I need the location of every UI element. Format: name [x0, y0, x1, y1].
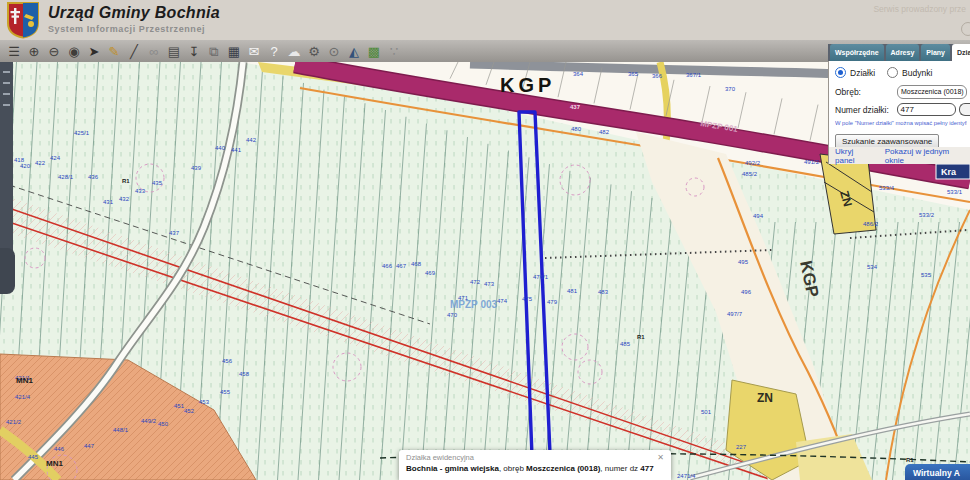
svg-text:467: 467 [396, 263, 407, 269]
app-title: Urząd Gminy Bochnia [48, 4, 220, 22]
coat-of-arms [6, 2, 40, 39]
map-toolbar: ☰⊕⊖◉➤✎╱∞▤↧⧉▦✉?☁⚙⊙◭▩∵ [0, 40, 970, 62]
close-icon[interactable]: ✕ [657, 453, 664, 462]
svg-text:476/1: 476/1 [533, 274, 549, 280]
svg-text:437: 437 [570, 104, 581, 110]
navigate-icon[interactable]: ◭ [344, 42, 364, 60]
svg-text:482: 482 [599, 129, 610, 135]
svg-text:495: 495 [738, 259, 749, 265]
svg-text:533/1: 533/1 [947, 189, 963, 195]
legend-strip[interactable] [0, 62, 13, 270]
layout-icon[interactable]: ▦ [224, 42, 244, 60]
svg-text:494: 494 [753, 213, 764, 219]
svg-text:474: 474 [497, 298, 508, 304]
svg-text:448/1: 448/1 [113, 427, 129, 433]
svg-text:436: 436 [88, 174, 99, 180]
svg-text:534: 534 [867, 264, 878, 270]
svg-text:441: 441 [231, 147, 242, 153]
svg-text:449/2: 449/2 [141, 418, 157, 424]
svg-text:435: 435 [152, 180, 163, 186]
print-icon[interactable]: ▤ [164, 42, 184, 60]
svg-text:428/1: 428/1 [58, 174, 74, 180]
svg-text:370: 370 [725, 86, 736, 92]
svg-text:501: 501 [701, 409, 712, 415]
tab-plany[interactable]: Plany [921, 44, 950, 61]
svg-text:481: 481 [567, 288, 578, 294]
radio-parcels-label: Działki [850, 68, 875, 78]
svg-text:485/2: 485/2 [742, 171, 758, 177]
svg-text:445: 445 [28, 454, 39, 460]
svg-text:367/1: 367/1 [686, 72, 702, 78]
svg-text:425/1: 425/1 [74, 130, 90, 136]
header-circle-button[interactable] [961, 22, 970, 36]
svg-text:MN1: MN1 [46, 459, 63, 468]
markers-icon[interactable]: ∵ [384, 42, 404, 60]
settings-icon[interactable]: ⚙ [304, 42, 324, 60]
strip-mark [3, 82, 10, 84]
svg-text:473: 473 [484, 281, 495, 287]
tab-adresy[interactable]: Adresy [886, 44, 920, 61]
svg-text:364: 364 [573, 71, 584, 77]
select-area-icon[interactable]: ◉ [64, 42, 84, 60]
svg-text:KGP: KGP [500, 74, 555, 96]
service-note: Serwis prowadzony prze [873, 4, 966, 14]
virtual-assistant-button[interactable]: Wirtualny A [905, 464, 970, 480]
popup-title: Działka ewidencyjna [406, 453, 474, 462]
search-tabbar: WspółrzędneAdresyPlanyDziałki [828, 44, 970, 61]
search-settings-icon[interactable]: ⊙ [324, 42, 344, 60]
layers-icon[interactable]: ☰ [4, 42, 24, 60]
link-icon[interactable]: ∞ [144, 42, 164, 60]
legend-colors-icon[interactable]: ▩ [364, 42, 384, 60]
tab-działki[interactable]: Działki [952, 44, 970, 61]
svg-text:483: 483 [598, 289, 609, 295]
radio-buildings-label: Budynki [902, 68, 932, 78]
copy-icon[interactable]: ⧉ [204, 42, 224, 60]
legend-strip-handle[interactable] [0, 248, 15, 294]
svg-text:432: 432 [119, 196, 130, 202]
svg-text:533/2: 533/2 [919, 212, 935, 218]
map-viewport[interactable]: Kra 418420422424428/1425/143643143243343… [0, 62, 970, 480]
svg-text:533/4: 533/4 [879, 185, 895, 191]
gis-application: Kra 418420422424428/1425/143643143243343… [0, 0, 970, 480]
svg-text:365: 365 [628, 71, 639, 77]
panel-links: Ukryj panel Pokazuj w jednym oknie [828, 147, 970, 164]
svg-text:470: 470 [447, 312, 458, 318]
svg-text:ZN: ZN [757, 391, 773, 405]
parcel-info-popup: Działka ewidencyjna ✕ Bochnia - gmina wi… [399, 450, 671, 480]
radio-parcels[interactable] [835, 67, 846, 78]
measure-icon[interactable]: ╱ [124, 42, 144, 60]
parcel-number-input[interactable]: 477 [897, 103, 957, 116]
svg-text:491/2: 491/2 [804, 159, 820, 165]
svg-text:480: 480 [571, 126, 582, 132]
svg-text:R1: R1 [122, 178, 130, 184]
svg-text:450: 450 [158, 421, 169, 427]
svg-text:2471/4: 2471/4 [677, 473, 696, 479]
svg-text:433: 433 [135, 188, 146, 194]
search-button-stub[interactable] [959, 103, 970, 116]
app-subtitle: System Informacji Przestrzennej [48, 24, 220, 34]
svg-text:535: 535 [921, 272, 932, 278]
zoom-out-icon[interactable]: ⊖ [44, 42, 64, 60]
svg-text:446: 446 [54, 446, 65, 452]
obreb-select[interactable]: Moszczenica (0018) [897, 85, 967, 99]
help-icon[interactable]: ? [264, 42, 284, 60]
download-icon[interactable]: ↧ [184, 42, 204, 60]
svg-text:MN1: MN1 [16, 376, 33, 385]
hide-panel-link[interactable]: Ukryj panel [835, 147, 875, 165]
svg-text:MPZP 003: MPZP 003 [450, 299, 497, 310]
radio-buildings[interactable] [887, 67, 898, 78]
svg-text:475: 475 [522, 296, 533, 302]
cloud-icon[interactable]: ☁ [284, 42, 304, 60]
message-icon[interactable]: ✉ [244, 42, 264, 60]
tab-współrzędne[interactable]: Współrzędne [830, 44, 884, 61]
strip-mark [3, 71, 10, 73]
pointer-icon[interactable]: ➤ [84, 42, 104, 60]
svg-text:497/7: 497/7 [727, 311, 743, 317]
map-canvas[interactable]: Kra 418420422424428/1425/143643143243343… [0, 62, 970, 480]
zoom-in-icon[interactable]: ⊕ [24, 42, 44, 60]
svg-text:453: 453 [199, 399, 210, 405]
draw-icon[interactable]: ✎ [104, 42, 124, 60]
svg-text:469: 469 [425, 270, 436, 276]
strip-mark [3, 93, 10, 95]
single-window-link[interactable]: Pokazuj w jednym oknie [885, 147, 970, 165]
